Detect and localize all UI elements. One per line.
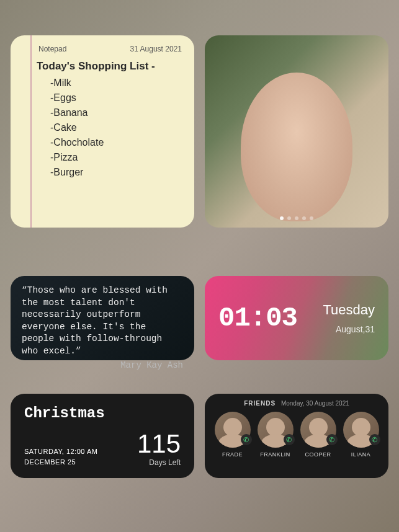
clock-widget[interactable]: 01:03 Tuesday August,31 — [205, 276, 388, 360]
friend-item[interactable]: ✆ COOPER — [300, 412, 336, 458]
clock-time: 01:03 — [218, 303, 297, 334]
countdown-title: Christmas — [24, 405, 181, 422]
notepad-date: 31 August 2021 — [130, 45, 182, 53]
list-item: -Milk — [37, 76, 194, 91]
list-item: -Burger — [37, 165, 194, 180]
countdown-number: 115 — [137, 431, 181, 457]
phone-icon[interactable]: ✆ — [369, 434, 380, 445]
countdown-date: DECEMBER 25 — [24, 457, 97, 468]
quote-text: “Those who are blessed with the most tal… — [22, 285, 183, 357]
friend-item[interactable]: ✆ FRANKLIN — [258, 412, 294, 458]
page-dot[interactable] — [280, 216, 284, 220]
phone-icon[interactable]: ✆ — [241, 434, 252, 445]
friend-name: COOPER — [305, 451, 331, 458]
list-item: -Cake — [37, 120, 194, 135]
photo-image — [205, 35, 388, 228]
friend-name: ILIANA — [351, 451, 371, 458]
notepad-widget[interactable]: Notepad 31 August 2021 Today's Shopping … — [11, 35, 194, 228]
page-dot[interactable] — [295, 216, 298, 220]
phone-icon[interactable]: ✆ — [326, 434, 338, 445]
countdown-weekday: SATURDAY, 12:00 AM — [24, 446, 97, 457]
notepad-title: Today's Shopping List - — [37, 58, 194, 74]
page-indicator[interactable] — [280, 216, 313, 220]
friend-item[interactable]: ✆ ILIANA — [343, 412, 379, 458]
quote-widget[interactable]: “Those who are blessed with the most tal… — [11, 276, 194, 360]
friends-label: FRIENDS — [244, 400, 276, 407]
clock-month: August,31 — [323, 324, 375, 334]
phone-icon[interactable]: ✆ — [284, 434, 295, 445]
photo-widget[interactable] — [205, 35, 388, 228]
countdown-widget[interactable]: Christmas SATURDAY, 12:00 AM DECEMBER 25… — [11, 394, 194, 478]
list-item: -Pizza — [37, 150, 194, 165]
page-dot[interactable] — [302, 216, 306, 220]
friend-name: FRANKLIN — [260, 451, 290, 458]
page-dot[interactable] — [310, 216, 313, 220]
list-item: -Eggs — [37, 91, 194, 105]
friend-item[interactable]: ✆ FRADE — [215, 412, 251, 458]
friends-header: FRIENDS Monday, 30 August 2021 — [212, 400, 381, 407]
friend-name: FRADE — [222, 451, 243, 458]
countdown-label: Days Left — [137, 458, 181, 467]
notepad-label: Notepad — [38, 45, 66, 53]
page-dot[interactable] — [287, 216, 291, 220]
quote-author: Mary Kay Ash — [22, 360, 183, 371]
list-item: -Banana — [37, 105, 194, 120]
friends-widget[interactable]: FRIENDS Monday, 30 August 2021 ✆ FRADE ✆… — [205, 394, 388, 478]
friends-date: Monday, 30 August 2021 — [281, 400, 349, 407]
clock-day: Tuesday — [323, 302, 375, 318]
list-item: -Chocholate — [37, 135, 194, 150]
